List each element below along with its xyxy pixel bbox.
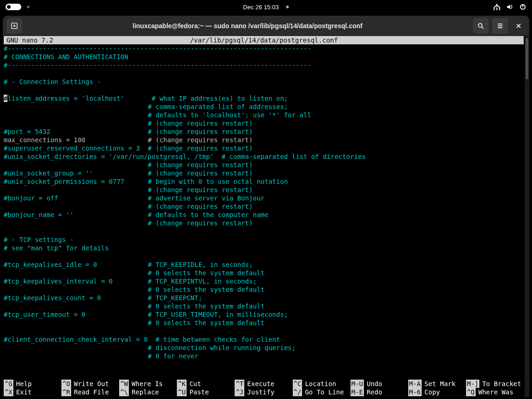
shortcut-label: Help — [13, 380, 32, 388]
clock-text[interactable]: Dec 26 15:03 — [243, 4, 278, 11]
scrollbar[interactable] — [525, 36, 529, 397]
shortcut-key: ^J — [235, 388, 244, 396]
shortcut-label: Location — [302, 380, 336, 388]
shortcut-key: ^U — [177, 388, 187, 396]
shortcut-item: M-ERedo — [351, 388, 408, 396]
shortcut-key: ^/ — [293, 388, 302, 396]
close-button[interactable] — [512, 18, 526, 34]
shortcut-item: ^UPaste — [177, 388, 235, 396]
shortcut-item: M-6Copy — [408, 388, 466, 396]
shortcut-label: To Bracket — [479, 380, 521, 388]
gnome-topbar: Dec 26 15:03 — [0, 0, 532, 14]
shortcut-key: M-E — [351, 388, 364, 396]
shortcut-label: Exit — [13, 388, 32, 396]
svg-rect-1 — [494, 7, 495, 10]
notification-dot-icon — [286, 6, 289, 8]
shortcut-label: Copy — [422, 388, 440, 396]
editor-content[interactable]: #---------------------------------------… — [4, 44, 524, 360]
shortcut-key: ^T — [235, 380, 244, 388]
shortcut-item: ^RRead File — [61, 388, 119, 396]
shortcut-item: M-]To Bracket — [466, 380, 524, 388]
shortcut-item: ^WWhere Is — [119, 380, 177, 388]
shortcut-key: ^O — [61, 380, 71, 388]
shortcut-key: ^Q — [466, 388, 476, 396]
scrollbar-thumb[interactable] — [526, 38, 528, 79]
network-icon[interactable] — [493, 3, 501, 11]
shortcut-item: ^JJustify — [235, 388, 292, 396]
nano-file-path: /var/lib/pgsql/14/data/postgresql.conf — [190, 36, 338, 44]
workspace-dot-icon — [27, 6, 30, 8]
window-titlebar: linuxcapable@fedora:~ — sudo nano /var/l… — [3, 16, 529, 36]
shortcut-label: Where Was — [476, 388, 514, 396]
svg-rect-3 — [496, 7, 497, 10]
shortcut-key: ^\ — [119, 388, 129, 396]
search-button[interactable] — [473, 18, 489, 34]
shortcut-label: Write Out — [71, 380, 109, 388]
shortcut-item: ^\Replace — [119, 388, 177, 396]
shortcut-item: ^OWrite Out — [61, 380, 119, 388]
shortcut-item: ^QWhere Was — [466, 388, 524, 396]
shortcut-label: Undo — [364, 380, 382, 388]
shortcut-label: Redo — [364, 388, 382, 396]
terminal-window: linuxcapable@fedora:~ — sudo nano /var/l… — [3, 16, 529, 397]
shortcut-key: ^G — [4, 380, 13, 388]
svg-line-10 — [482, 27, 484, 29]
shortcut-item: ^TExecute — [235, 380, 292, 388]
shortcut-item: ^GHelp — [4, 380, 61, 388]
shortcut-key: M-U — [351, 380, 364, 388]
power-icon[interactable] — [519, 3, 526, 11]
shortcut-item: ^/Go To Line — [293, 388, 351, 396]
svg-point-9 — [478, 24, 482, 27]
shortcut-key: ^W — [119, 380, 129, 388]
nano-shortcuts: ^GHelp^OWrite Out^WWhere Is^KCut^TExecut… — [3, 380, 525, 397]
menu-button[interactable] — [492, 18, 508, 34]
window-title: linuxcapable@fedora:~ — sudo nano /var/l… — [26, 22, 469, 30]
svg-rect-2 — [499, 7, 500, 10]
shortcut-key: M-6 — [408, 388, 422, 396]
terminal-content[interactable]: GNU nano 7.2 /var/lib/pgsql/14/data/post… — [3, 36, 525, 397]
shortcut-key: M-] — [466, 380, 479, 388]
shortcut-label: Cut — [187, 380, 201, 388]
shortcut-item: ^CLocation — [293, 380, 351, 388]
shortcut-label: Justify — [244, 388, 274, 396]
activities-pill[interactable] — [6, 4, 21, 10]
shortcut-label: Execute — [244, 380, 274, 388]
nano-version: GNU nano 7.2 — [6, 36, 53, 44]
shortcut-key: ^X — [4, 388, 13, 396]
shortcut-key: M-A — [408, 380, 422, 388]
shortcut-key: ^K — [177, 380, 187, 388]
shortcut-key: ^C — [293, 380, 302, 388]
shortcut-key: ^R — [61, 388, 71, 396]
shortcut-item: ^XExit — [4, 388, 61, 396]
shortcut-label: Replace — [129, 388, 159, 396]
shortcut-item: ^KCut — [177, 380, 235, 388]
shortcut-label: Where Is — [129, 380, 163, 388]
shortcut-label: Paste — [187, 388, 209, 396]
shortcut-item: M-ASet Mark — [408, 380, 466, 388]
shortcut-item: M-UUndo — [351, 380, 408, 388]
shortcut-label: Read File — [71, 388, 109, 396]
shortcut-label: Go To Line — [302, 388, 344, 396]
new-tab-button[interactable] — [6, 18, 22, 34]
nano-header: GNU nano 7.2 /var/lib/pgsql/14/data/post… — [4, 36, 524, 44]
volume-icon[interactable] — [506, 3, 514, 11]
shortcut-label: Set Mark — [422, 380, 455, 388]
